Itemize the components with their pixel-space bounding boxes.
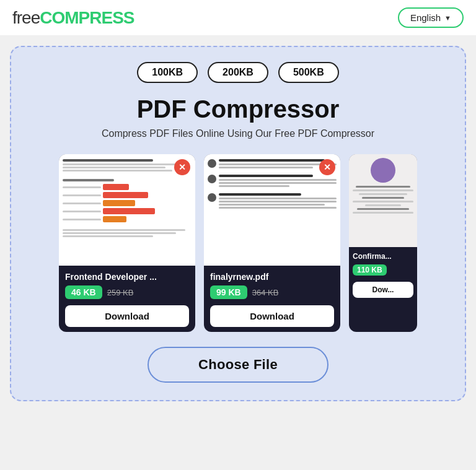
header: freeCOMPRESS English ▼ — [0, 0, 476, 36]
page-subtitle: Compress PDF Files Online Using Our Free… — [102, 128, 374, 139]
size-old-1: 259 KB — [107, 288, 134, 297]
language-label: English — [410, 12, 441, 23]
card-filename-3: Confirma... — [353, 252, 413, 261]
download-button-2[interactable]: Download — [210, 305, 334, 327]
size-new-2: 99 KB — [210, 285, 247, 299]
card-preview-2: ✕ — [204, 154, 340, 266]
file-card-2: ✕ finalyrnew.pdf 99 KB 364 KB Download — [204, 154, 340, 332]
card-preview-1: ✕ — [59, 154, 195, 266]
card-info-3: Confirma... 110 KB Dow... — [349, 247, 417, 332]
compress-box: 100KB 200KB 500KB PDF Compressor Compres… — [10, 46, 466, 401]
card-info-1: Frontend Developer ... 46 KB 259 KB Down… — [59, 266, 195, 332]
doc-preview-3 — [349, 154, 417, 247]
card-sizes-2: 99 KB 364 KB — [210, 285, 334, 299]
logo: freeCOMPRESS — [12, 8, 134, 28]
card-preview-3 — [349, 154, 417, 247]
page-title: PDF Compressor — [137, 95, 340, 123]
size-200kb-button[interactable]: 200KB — [208, 62, 268, 83]
card-sizes-3: 110 KB — [353, 264, 413, 276]
size-buttons-row: 100KB 200KB 500KB — [137, 62, 338, 83]
file-card-3: Confirma... 110 KB Dow... — [349, 154, 417, 332]
size-new-1: 46 KB — [65, 285, 102, 299]
card-sizes-1: 46 KB 259 KB — [65, 285, 189, 299]
size-100kb-button[interactable]: 100KB — [137, 62, 198, 83]
chevron-down-icon: ▼ — [444, 14, 451, 22]
download-button-3[interactable]: Dow... — [353, 282, 413, 298]
card-filename-2: finalyrnew.pdf — [210, 272, 334, 282]
download-button-1[interactable]: Download — [65, 305, 189, 327]
card-info-2: finalyrnew.pdf 99 KB 364 KB Download — [204, 266, 340, 332]
logo-compress-text: COMPRESS — [40, 8, 134, 27]
card-filename-1: Frontend Developer ... — [65, 272, 189, 282]
size-old-2: 364 KB — [252, 288, 279, 297]
size-new-3: 110 KB — [353, 264, 387, 276]
close-card-1-button[interactable]: ✕ — [174, 159, 190, 175]
choose-file-button[interactable]: Choose File — [148, 347, 328, 383]
close-card-2-button[interactable]: ✕ — [319, 159, 335, 175]
size-500kb-button[interactable]: 500KB — [278, 62, 339, 83]
language-selector[interactable]: English ▼ — [398, 7, 464, 28]
doc-circle-icon — [371, 158, 395, 183]
logo-free-text: free — [12, 8, 40, 27]
file-card-1: ✕ Frontend Developer ... 46 KB 259 KB Do… — [59, 154, 195, 332]
main-area: 100KB 200KB 500KB PDF Compressor Compres… — [0, 36, 476, 411]
cards-row: ✕ Frontend Developer ... 46 KB 259 KB Do… — [24, 154, 452, 332]
